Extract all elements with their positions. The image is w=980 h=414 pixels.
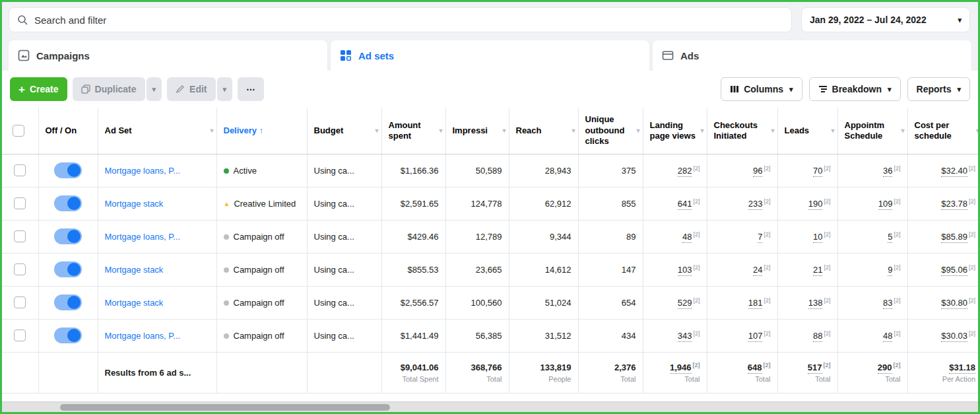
cell-checkouts[interactable]: 107[2]: [707, 319, 777, 352]
cell-appointments[interactable]: 9[2]: [837, 253, 907, 286]
tab-ad-sets[interactable]: Ad sets: [331, 40, 649, 71]
cell-checkouts[interactable]: 96[2]: [707, 154, 777, 187]
horizontal-scrollbar[interactable]: [2, 401, 978, 412]
adset-on-off-toggle[interactable]: [54, 162, 82, 178]
col-header-lpv[interactable]: Landing page views▾: [643, 108, 707, 154]
metric-value[interactable]: 5: [888, 232, 892, 243]
cell-appointments[interactable]: 109[2]: [837, 187, 907, 220]
cell-leads[interactable]: 88[2]: [777, 319, 837, 352]
reports-button[interactable]: Reports ▾: [907, 77, 970, 101]
cell-appointments[interactable]: 36[2]: [837, 154, 907, 187]
col-header-name[interactable]: Ad Set▾: [98, 108, 216, 154]
row-checkbox[interactable]: [14, 197, 26, 209]
tab-campaigns[interactable]: Campaigns: [9, 40, 327, 71]
metric-value[interactable]: 48: [883, 331, 892, 342]
adset-name-link[interactable]: Mortgage stack: [105, 265, 210, 275]
row-checkbox[interactable]: [14, 263, 26, 275]
select-all-checkbox[interactable]: [13, 125, 24, 137]
col-header-reach[interactable]: Reach▾: [509, 108, 578, 154]
metric-value[interactable]: 529: [678, 298, 692, 309]
duplicate-dropdown-button[interactable]: ▾: [147, 77, 162, 101]
metric-value[interactable]: 107: [748, 331, 763, 342]
col-header-appointments[interactable]: Appointm Schedule▾: [837, 108, 907, 154]
metric-value[interactable]: $23.78: [941, 199, 967, 210]
adset-name-link[interactable]: Mortgage loans, P...: [105, 331, 210, 341]
cell-lpv[interactable]: 529[2]: [643, 286, 707, 319]
row-checkbox[interactable]: [14, 164, 26, 176]
cell-cost[interactable]: $30.03[2]: [907, 319, 980, 352]
col-header-delivery[interactable]: Delivery ↑: [216, 108, 307, 154]
metric-value[interactable]: 10: [813, 232, 822, 243]
tab-ads[interactable]: Ads: [653, 40, 971, 71]
adset-name-link[interactable]: Mortgage stack: [105, 199, 210, 209]
metric-value[interactable]: 21: [813, 265, 822, 276]
cell-lpv[interactable]: 641[2]: [643, 187, 707, 220]
cell-checkouts[interactable]: 233[2]: [707, 187, 777, 220]
metric-value[interactable]: $30.80: [941, 298, 967, 309]
create-button[interactable]: + Create: [10, 77, 67, 101]
col-header-cost[interactable]: Cost per schedule▾: [907, 108, 980, 154]
row-checkbox[interactable]: [14, 230, 26, 242]
col-header-impressions[interactable]: Impressi▾: [445, 108, 509, 154]
row-checkbox[interactable]: [14, 329, 26, 341]
horizontal-scrollbar-thumb[interactable]: [60, 404, 390, 411]
cell-leads[interactable]: 10[2]: [777, 220, 837, 253]
metric-value[interactable]: 24: [753, 265, 762, 276]
cell-leads[interactable]: 21[2]: [777, 253, 837, 286]
adset-name-link[interactable]: Mortgage loans, P...: [105, 232, 210, 242]
cell-appointments[interactable]: 5[2]: [837, 220, 907, 253]
cell-cost[interactable]: $32.40[2]: [907, 154, 980, 187]
adset-on-off-toggle[interactable]: [54, 328, 82, 343]
metric-value[interactable]: $30.03: [941, 331, 967, 342]
metric-value[interactable]: 181: [748, 298, 763, 309]
cell-cost[interactable]: $95.06[2]: [907, 253, 980, 286]
metric-value[interactable]: 96: [753, 166, 762, 177]
metric-value[interactable]: 36: [883, 166, 892, 177]
metric-value[interactable]: 88: [813, 331, 822, 342]
cell-lpv[interactable]: 343[2]: [643, 319, 707, 352]
date-range-picker[interactable]: Jan 29, 2022 – Jul 24, 2022 ▾: [801, 7, 970, 32]
search-filter-box[interactable]: [9, 7, 792, 32]
col-header-leads[interactable]: Leads▾: [777, 108, 837, 154]
metric-value[interactable]: 103: [678, 265, 692, 276]
row-checkbox[interactable]: [14, 296, 26, 308]
cell-cost[interactable]: $85.89[2]: [907, 220, 980, 253]
adset-name-link[interactable]: Mortgage loans, P...: [105, 166, 210, 176]
adset-on-off-toggle[interactable]: [54, 261, 82, 277]
col-header-toggle[interactable]: Off / On: [38, 108, 98, 154]
metric-value[interactable]: 641: [678, 199, 692, 210]
cell-cost[interactable]: $23.78[2]: [907, 187, 980, 220]
edit-dropdown-button[interactable]: ▾: [217, 77, 233, 101]
cell-checkouts[interactable]: 7[2]: [707, 220, 777, 253]
adset-on-off-toggle[interactable]: [54, 294, 82, 310]
metric-value[interactable]: 7: [758, 232, 762, 243]
col-header-budget[interactable]: Budget▾: [307, 108, 381, 154]
cell-checkouts[interactable]: 181[2]: [707, 286, 777, 319]
metric-value[interactable]: 233: [748, 199, 763, 210]
col-header-amount[interactable]: Amount spent▾: [381, 108, 445, 154]
search-input[interactable]: [34, 15, 783, 26]
cell-lpv[interactable]: 282[2]: [643, 154, 707, 187]
col-header-unique_clicks[interactable]: Unique outbound clicks▾: [578, 108, 643, 154]
cell-lpv[interactable]: 48[2]: [643, 220, 707, 253]
metric-value[interactable]: 83: [883, 298, 892, 309]
cell-appointments[interactable]: 48[2]: [837, 319, 907, 352]
breakdown-button[interactable]: Breakdown ▾: [809, 77, 901, 101]
cell-leads[interactable]: 190[2]: [777, 187, 837, 220]
metric-value[interactable]: $95.06: [941, 265, 967, 276]
more-actions-button[interactable]: ⋯: [238, 77, 264, 101]
metric-value[interactable]: 70: [813, 166, 822, 177]
metric-value[interactable]: $85.89: [941, 232, 967, 243]
cell-appointments[interactable]: 83[2]: [837, 286, 907, 319]
metric-value[interactable]: $32.40: [941, 166, 967, 177]
duplicate-button[interactable]: Duplicate: [73, 77, 145, 101]
metric-value[interactable]: 190: [808, 199, 823, 210]
cell-checkouts[interactable]: 24[2]: [707, 253, 777, 286]
edit-button[interactable]: Edit: [167, 77, 215, 101]
cell-leads[interactable]: 70[2]: [777, 154, 837, 187]
cell-leads[interactable]: 138[2]: [777, 286, 837, 319]
cell-cost[interactable]: $30.80[2]: [907, 286, 980, 319]
cell-lpv[interactable]: 103[2]: [643, 253, 707, 286]
metric-value[interactable]: 343: [678, 331, 692, 342]
adset-on-off-toggle[interactable]: [54, 228, 82, 244]
